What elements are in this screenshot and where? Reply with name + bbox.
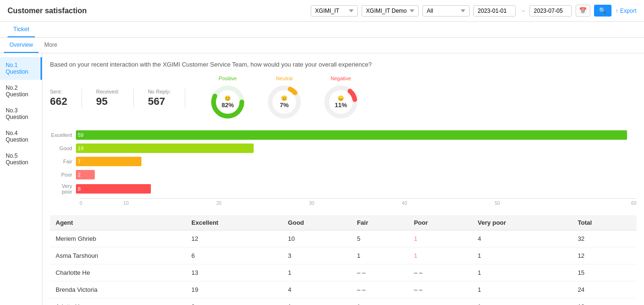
cell-poor: 1	[408, 247, 472, 264]
cell-excellent: 13	[186, 264, 282, 281]
bar-fill: 2	[76, 170, 95, 179]
positive-label: Positive	[209, 76, 247, 81]
export-button[interactable]: ↑ Export	[615, 8, 636, 14]
subtab-more[interactable]: More	[39, 38, 63, 53]
neutral-center: 😐 7%	[280, 95, 289, 109]
col-excellent: Excellent	[186, 215, 282, 230]
negative-center: 😞 11%	[335, 95, 347, 109]
cell-fair: 5	[351, 230, 408, 247]
cell-poor: – –	[408, 281, 472, 298]
subtab-overview[interactable]: Overview	[4, 38, 39, 53]
cell-good: 1	[282, 264, 351, 281]
calendar-icon-btn[interactable]: 📅	[576, 5, 590, 17]
col-good: Good	[282, 215, 351, 230]
date-end-input[interactable]	[529, 5, 572, 17]
bar-label: Very poor	[50, 183, 76, 195]
sidebar-item-q3[interactable]: No.3 Question	[0, 102, 42, 125]
cell-total: 12	[572, 247, 636, 264]
cell-total: 32	[572, 230, 636, 247]
cell-very-poor: 1	[472, 264, 572, 281]
bar-fill: 8	[76, 184, 151, 194]
stats-row: Sent: 662 Received: 95 No Reply: 567 Pos…	[50, 76, 636, 121]
donut-positive: Positive 😊 82%	[209, 76, 247, 121]
table-row: Meriem Ghrieb 12 10 5 1 4 32	[50, 230, 636, 247]
bar-container: 2	[76, 170, 636, 179]
sidebar-item-q2[interactable]: No.2 Question	[0, 80, 42, 102]
cell-good: 10	[282, 230, 351, 247]
cell-excellent: 12	[186, 230, 282, 247]
table-header-row: Agent Excellent Good Fair Poor Very poor…	[50, 215, 636, 230]
stat-received: Received: 95	[96, 89, 133, 108]
tab-bar: Ticket	[0, 22, 644, 38]
col-total: Total	[572, 215, 636, 230]
bar-label: Good	[50, 145, 76, 151]
bar-container: 8	[76, 184, 636, 194]
donut-negative: Negative 😞 11%	[322, 76, 360, 121]
stat-divider-3	[185, 89, 185, 108]
sidebar-item-q1[interactable]: No.1 Question	[0, 57, 42, 80]
cell-total: 15	[572, 264, 636, 281]
bar-container: 59	[76, 130, 636, 140]
negative-percent: 11%	[335, 102, 347, 109]
positive-icon: 😊	[222, 95, 234, 102]
bar-label: Poor	[50, 172, 76, 178]
cell-agent: Arlette Uwera	[50, 298, 186, 305]
cell-excellent: 9	[186, 298, 282, 305]
filter-all-select[interactable]: All	[422, 5, 470, 17]
cell-very-poor: 1	[472, 281, 572, 298]
cell-fair: 1	[351, 247, 408, 264]
bar-row-very-poor: Very poor 8	[50, 183, 636, 195]
tab-ticket[interactable]: Ticket	[8, 22, 35, 37]
positive-percent: 82%	[222, 102, 234, 109]
donut-neutral: Neutral 😐 7%	[265, 76, 303, 121]
neutral-icon: 😐	[280, 95, 289, 102]
cell-agent: Meriem Ghrieb	[50, 230, 186, 247]
donut-charts: Positive 😊 82% Neutral	[209, 76, 360, 121]
sidebar-item-q4[interactable]: No.4 Question	[0, 125, 42, 148]
bar-fill: 59	[76, 130, 627, 140]
cell-very-poor: 1	[472, 298, 572, 305]
sub-tab-bar: Overview More	[0, 38, 644, 53]
search-button[interactable]: 🔍	[594, 5, 611, 17]
export-icon: ↑	[615, 8, 618, 14]
cell-agent: Brenda Victoria	[50, 281, 186, 298]
date-separator: →	[520, 7, 526, 14]
col-agent: Agent	[50, 215, 186, 230]
cell-fair: 1	[351, 298, 408, 305]
cell-good: 1	[282, 298, 351, 305]
cell-poor: – –	[408, 264, 472, 281]
bar-axis: 0 10 20 30 40 50 60	[80, 198, 636, 206]
table-row: Arlette Uwera 9 1 1 – – 1 12	[50, 298, 636, 305]
table-row: Asma Tarshoun 6 3 1 1 1 12	[50, 247, 636, 264]
cell-excellent: 19	[186, 281, 282, 298]
main-layout: No.1 Question No.2 Question No.3 Questio…	[0, 53, 644, 305]
cell-fair: – –	[351, 264, 408, 281]
bar-chart: Excellent 59 Good 19 Fair 7 Poor 2 Very …	[50, 130, 636, 206]
table-row: Brenda Victoria 19 4 – – – – 1 24	[50, 281, 636, 298]
neutral-label: Neutral	[265, 76, 303, 81]
question-text: Based on your recent interaction with th…	[50, 61, 636, 68]
cell-total: 12	[572, 298, 636, 305]
bar-rows: Excellent 59 Good 19 Fair 7 Poor 2 Very …	[50, 130, 636, 195]
header-controls: XGIMI_IT XGIMI_IT Demo All → 📅 🔍 ↑ Expor…	[311, 5, 636, 17]
table-row: Charlotte He 13 1 – – – – 1 15	[50, 264, 636, 281]
cell-excellent: 6	[186, 247, 282, 264]
bar-row-fair: Fair 7	[50, 157, 636, 166]
stat-sent: Sent: 662	[50, 89, 82, 108]
cell-very-poor: 4	[472, 230, 572, 247]
cell-total: 24	[572, 281, 636, 298]
sidebar: No.1 Question No.2 Question No.3 Questio…	[0, 53, 42, 305]
page-title: Customer satisfaction	[8, 7, 87, 15]
table-body: Meriem Ghrieb 12 10 5 1 4 32 Asma Tarsho…	[50, 230, 636, 305]
date-start-input[interactable]	[473, 5, 516, 17]
filter-team-select[interactable]: XGIMI_IT	[311, 5, 358, 17]
cell-fair: – –	[351, 281, 408, 298]
stat-divider-2	[133, 89, 134, 108]
sidebar-item-q5[interactable]: No.5 Question	[0, 148, 42, 170]
cell-very-poor: 1	[472, 247, 572, 264]
filter-demo-select[interactable]: XGIMI_IT Demo	[362, 5, 419, 17]
bar-fill: 19	[76, 144, 254, 153]
bar-container: 7	[76, 157, 636, 166]
positive-center: 😊 82%	[222, 95, 234, 109]
cell-good: 3	[282, 247, 351, 264]
